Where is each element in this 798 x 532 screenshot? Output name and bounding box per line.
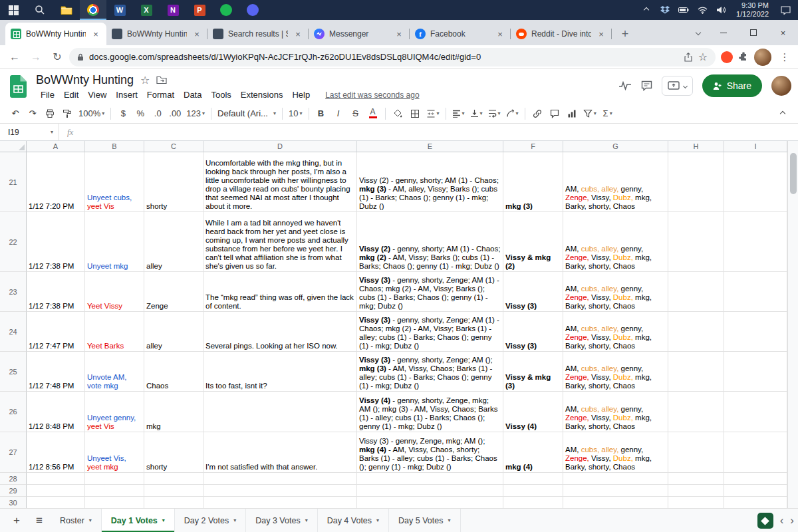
row-header-21[interactable]: 21 [0,152,27,212]
omnibox[interactable]: docs.google.com/spreadsheets/d/1WyioKPqN… [69,48,716,66]
cell-D29[interactable] [203,485,357,497]
name-box[interactable]: I19 ▾ [0,124,59,140]
cell-C28[interactable] [144,473,203,485]
cell-A21[interactable]: 1/12 7:20 PM [27,152,85,212]
cell-D25[interactable]: Its too fast, isnt it? [203,352,357,392]
taskbar-clock[interactable]: 9:30 PM 1/12/2022 [731,1,774,19]
horizontal-align-button[interactable]: ▾ [450,106,467,122]
sheet-tab-day-3-votes[interactable]: Day 3 Votes▾ [246,509,317,532]
insert-link-button[interactable] [529,106,546,122]
select-all-corner[interactable] [0,141,27,152]
cell-I25[interactable] [724,352,787,392]
tab-close-icon[interactable]: × [596,29,606,39]
cell-I27[interactable] [724,432,787,473]
row-header-26[interactable]: 26 [0,392,27,432]
sheet-tab-day-5-votes[interactable]: Day 5 Votes▾ [389,509,460,532]
cell-G24[interactable]: AM, cubs, alley, genny, Zenge, Vissy, Du… [563,312,668,352]
cell-E21[interactable]: Vissy (2) - genny, shorty; AM (1) - Chao… [357,152,503,212]
column-header-G[interactable]: G [563,141,668,152]
cell-D27[interactable]: I'm not satisfied with that answer. [203,432,357,473]
comment-history-icon[interactable] [641,80,652,91]
merge-cells-button[interactable]: ▾ [424,106,442,122]
cell-C29[interactable] [144,485,203,497]
dropbox-icon[interactable] [656,0,674,20]
explore-button[interactable] [757,513,773,529]
browser-tab[interactable]: BoWWnty Hunting (20...× [106,23,207,45]
share-page-icon[interactable] [684,53,693,62]
cell-A30[interactable] [27,497,85,508]
insert-chart-button[interactable] [563,106,581,122]
tab-close-icon[interactable]: × [192,29,202,39]
cell-I26[interactable] [724,392,787,432]
borders-button[interactable] [406,106,424,122]
browser-menu-kebab-icon[interactable]: ⋮ [777,51,793,63]
extensions-puzzle-icon[interactable] [738,52,749,63]
menu-edit[interactable]: Edit [59,88,83,101]
window-maximize-button[interactable] [738,20,768,45]
cell-C21[interactable]: shorty [144,152,203,212]
hide-toolbar-chevron-icon[interactable] [774,106,791,122]
cell-H22[interactable] [668,212,724,272]
cell-C22[interactable]: alley [144,212,203,272]
fill-color-button[interactable] [389,106,406,122]
cell-I28[interactable] [724,473,787,485]
menu-tools[interactable]: Tools [206,88,235,101]
vertical-align-button[interactable]: ▾ [467,106,485,122]
column-header-E[interactable]: E [357,141,503,152]
cell-C27[interactable]: shorty [144,432,203,473]
browser-tab[interactable]: Messenger× [309,23,410,45]
cell-B22[interactable]: Unyeet mkg [85,212,144,272]
cell-C30[interactable] [144,497,203,508]
sheet-tab-day-2-votes[interactable]: Day 2 Votes▾ [175,509,246,532]
column-header-H[interactable]: H [668,141,724,152]
bold-button[interactable]: B [313,106,330,122]
cell-H25[interactable] [668,352,724,392]
cell-A29[interactable] [27,485,85,497]
cell-F28[interactable] [503,473,563,485]
all-sheets-button[interactable]: ≡ [28,509,51,532]
scrollbar-thumb[interactable] [790,153,797,194]
wifi-icon[interactable] [694,0,711,20]
activity-pulse-icon[interactable] [618,81,632,90]
strikethrough-button[interactable]: S [347,106,364,122]
volume-icon[interactable] [712,0,730,20]
file-explorer-icon[interactable] [53,0,80,20]
cell-B26[interactable]: Unyeet genny, yeet Vis [85,392,144,432]
browser-tab[interactable]: Facebook× [410,23,511,45]
sheet-tab-menu-caret-icon[interactable]: ▾ [305,518,308,523]
more-formats-button[interactable]: 123▾ [184,106,207,122]
vertical-scrollbar[interactable] [787,141,798,508]
cell-F21[interactable]: mkg (3) [503,152,563,212]
font-select[interactable]: Default (Ari...▾ [215,106,279,122]
cell-F24[interactable]: Vissy (3) [503,312,563,352]
cell-E27[interactable]: Vissy (3) - genny, Zenge, mkg; AM (); mk… [357,432,503,473]
battery-icon[interactable] [675,0,692,20]
increase-decimals-button[interactable]: .00 [166,106,184,122]
tab-close-icon[interactable]: × [394,29,404,39]
row-header-30[interactable]: 30 [0,497,27,508]
cell-E25[interactable]: Vissy (3) - genny, shorty, Zenge; AM ();… [357,352,503,392]
cell-E23[interactable]: Vissy (3) - genny, shorty, Zenge; AM (1)… [357,272,503,312]
sheet-tab-roster[interactable]: Roster▾ [51,509,102,532]
cell-I30[interactable] [724,497,787,508]
cell-E24[interactable]: Vissy (3) - genny, shorty, Zenge; AM (1)… [357,312,503,352]
row-header-29[interactable]: 29 [0,485,27,497]
sheet-tab-menu-caret-icon[interactable]: ▾ [376,518,379,523]
add-sheet-button[interactable]: + [5,509,28,532]
cell-A25[interactable]: 1/12 7:48 PM [27,352,85,392]
spotify-icon[interactable] [213,0,239,20]
cell-C26[interactable]: mkg [144,392,203,432]
cell-E29[interactable] [357,485,503,497]
cell-I24[interactable] [724,312,787,352]
cell-A22[interactable]: 1/12 7:38 PM [27,212,85,272]
column-header-D[interactable]: D [203,141,357,152]
cell-H26[interactable] [668,392,724,432]
paint-format-button[interactable] [59,106,76,122]
sheets-logo[interactable] [0,69,36,104]
scroll-tabs-left-icon[interactable]: ‹ [780,514,784,527]
cell-D24[interactable]: Several pings. Looking at her ISO now. [203,312,357,352]
cell-D30[interactable] [203,497,357,508]
cell-C24[interactable]: alley [144,312,203,352]
format-percent-button[interactable]: % [132,106,149,122]
cell-C23[interactable]: Zenge [144,272,203,312]
